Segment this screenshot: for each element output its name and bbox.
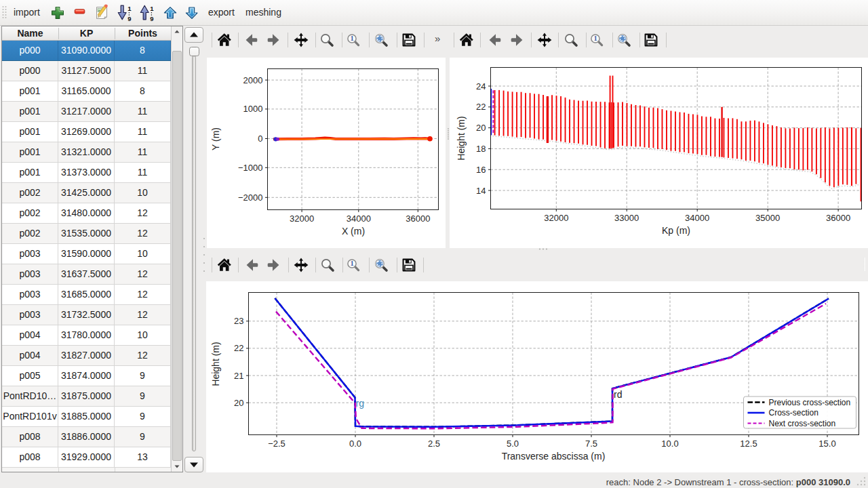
svg-text:24: 24: [476, 81, 486, 92]
svg-text:7.5: 7.5: [585, 439, 597, 449]
svg-text:15.0: 15.0: [818, 439, 835, 449]
svg-text:1000: 1000: [243, 104, 263, 114]
svg-text:0.0: 0.0: [349, 439, 361, 449]
svg-text:Transverse abscissa (m): Transverse abscissa (m): [502, 451, 606, 462]
svg-text:5.0: 5.0: [507, 439, 519, 449]
svg-text:9: 9: [150, 15, 153, 22]
svg-text:1: 1: [350, 260, 353, 267]
svg-text:35000: 35000: [755, 213, 780, 223]
svg-text:Previous cross-section: Previous cross-section: [769, 398, 851, 407]
svg-text:34000: 34000: [685, 213, 709, 223]
svg-text:12.5: 12.5: [740, 439, 757, 449]
svg-text:18: 18: [476, 144, 486, 154]
svg-text:−1000: −1000: [238, 163, 263, 173]
svg-text:22: 22: [476, 102, 486, 112]
svg-text:2000: 2000: [243, 75, 263, 85]
svg-text:−2000: −2000: [238, 192, 263, 203]
svg-text:Height (m): Height (m): [456, 116, 467, 160]
svg-text:Kp (m): Kp (m): [662, 225, 690, 236]
svg-text:X (m): X (m): [342, 226, 365, 237]
svg-text:36000: 36000: [826, 213, 850, 223]
svg-text:1: 1: [350, 35, 353, 42]
svg-text:−2.5: −2.5: [268, 439, 285, 449]
svg-text:rg: rg: [356, 398, 364, 409]
svg-text:9: 9: [127, 15, 131, 22]
svg-text:32000: 32000: [290, 214, 314, 224]
svg-text:34000: 34000: [347, 214, 371, 224]
svg-text:Y (m): Y (m): [210, 127, 221, 150]
svg-text:Next cross-section: Next cross-section: [769, 419, 836, 428]
svg-text:22: 22: [234, 343, 243, 353]
svg-text:20: 20: [476, 123, 486, 133]
svg-text:Height (m): Height (m): [210, 342, 221, 386]
svg-text:21: 21: [234, 371, 243, 381]
svg-text:rd: rd: [614, 389, 622, 400]
svg-text:1: 1: [150, 5, 154, 12]
svg-text:33000: 33000: [614, 213, 639, 223]
svg-text:20: 20: [234, 398, 243, 408]
svg-text:16: 16: [476, 165, 486, 175]
svg-text:0: 0: [258, 134, 262, 144]
svg-text:32000: 32000: [544, 213, 568, 223]
svg-text:1: 1: [127, 5, 132, 12]
svg-text:1: 1: [594, 35, 597, 42]
svg-text:14: 14: [476, 186, 486, 196]
svg-text:Cross-section: Cross-section: [769, 408, 818, 418]
svg-text:2.5: 2.5: [428, 439, 440, 449]
svg-text:10.0: 10.0: [661, 439, 678, 449]
svg-text:36000: 36000: [406, 214, 430, 224]
svg-text:23: 23: [234, 316, 243, 326]
